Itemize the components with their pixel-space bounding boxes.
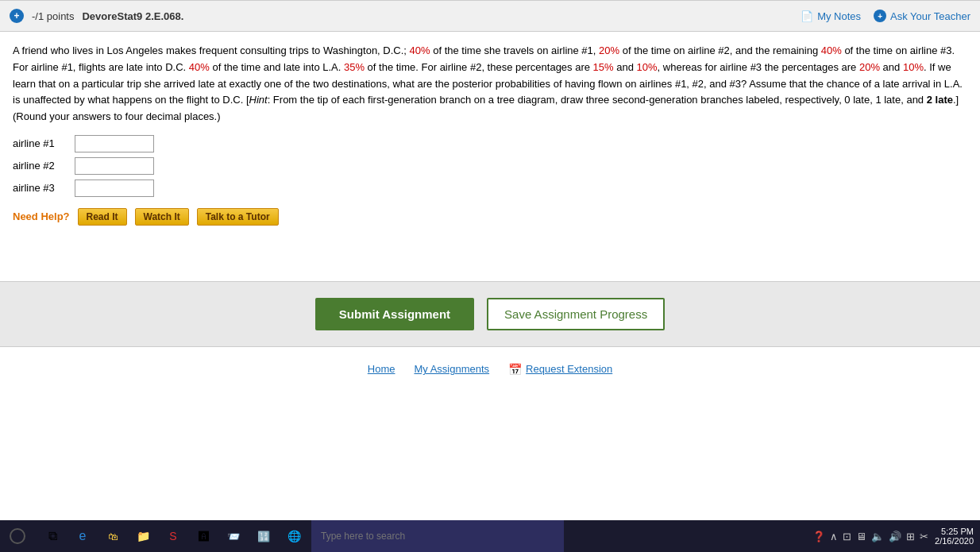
read-it-button[interactable]: Read It xyxy=(78,208,127,226)
request-extension-container: 📅 Request Extension xyxy=(508,363,612,376)
taskbar: ⧉ e 🛍 📁 S 🅰 📨 🔢 🌐 ❓ ∧ ⊡ 🖥 🔈 🔊 ⊞ ✂ 5:25 P… xyxy=(0,520,980,552)
airline1-row: airline #1 xyxy=(13,135,967,152)
plus-icon: + xyxy=(874,10,886,22)
start-button[interactable] xyxy=(0,520,35,552)
hint-label: Hint xyxy=(249,94,268,106)
question-icon: ❓ xyxy=(812,531,825,542)
submit-assignment-button[interactable]: Submit Assignment xyxy=(315,298,474,330)
home-link[interactable]: Home xyxy=(368,363,395,375)
action-area: Submit Assignment Save Assignment Progre… xyxy=(0,282,980,346)
pct-40-1: 40% xyxy=(410,44,430,56)
main-content: A friend who lives in Los Angeles makes … xyxy=(0,32,980,234)
problem-header: + -/1 points DevoreStat9 2.E.068. 📄 My N… xyxy=(0,0,980,32)
pct-35: 35% xyxy=(344,61,365,73)
header-left: + -/1 points DevoreStat9 2.E.068. xyxy=(10,9,183,23)
taskbar-right-area: ❓ ∧ ⊡ 🖥 🔈 🔊 ⊞ ✂ 5:25 PM 2/16/2020 xyxy=(812,527,980,546)
airline2-input[interactable] xyxy=(75,157,154,175)
my-notes-button[interactable]: 📄 My Notes xyxy=(801,10,861,22)
pct-40-3: 40% xyxy=(189,61,210,73)
problem-text: A friend who lives in Los Angeles makes … xyxy=(13,43,967,125)
save-progress-button[interactable]: Save Assignment Progress xyxy=(487,298,665,330)
snagit-icon[interactable]: S xyxy=(159,522,187,550)
mail-icon[interactable]: 📨 xyxy=(219,522,248,550)
request-extension-link[interactable]: Request Extension xyxy=(526,363,612,375)
pct-10-2: 10% xyxy=(903,61,924,73)
pct-40-2: 40% xyxy=(821,44,842,56)
need-help-section: Need Help? Read It Watch It Talk to a Tu… xyxy=(13,208,967,226)
misc-icon2: ✂ xyxy=(920,531,928,542)
time-display: 5:25 PM xyxy=(935,527,974,536)
airline1-label: airline #1 xyxy=(13,137,68,149)
calendar-icon: 📅 xyxy=(508,363,522,376)
tablet-mode-icon: ⊡ xyxy=(843,531,851,542)
ask-teacher-label: Ask Your Teacher xyxy=(890,10,970,22)
footer: Home My Assignments 📅 Request Extension xyxy=(0,347,980,384)
folder-icon[interactable]: 📁 xyxy=(129,522,157,550)
need-help-label: Need Help? xyxy=(13,210,70,222)
header-right: 📄 My Notes + Ask Your Teacher xyxy=(801,10,970,22)
expand-icon[interactable]: + xyxy=(10,9,24,23)
clock[interactable]: 5:25 PM 2/16/2020 xyxy=(935,527,974,546)
pct-10-1: 10% xyxy=(637,61,658,73)
amazon-icon[interactable]: 🅰 xyxy=(189,522,218,550)
date-display: 2/16/2020 xyxy=(935,536,974,546)
pct-20: 20% xyxy=(599,44,619,56)
notes-icon: 📄 xyxy=(801,10,813,22)
app7-icon[interactable]: 🔢 xyxy=(249,522,278,550)
airline1-input[interactable] xyxy=(75,135,154,152)
pct-15: 15% xyxy=(593,61,614,73)
network-icon: 🔈 xyxy=(871,531,884,542)
desktop-icon: 🖥 xyxy=(856,531,866,542)
edge-icon[interactable]: e xyxy=(68,522,97,550)
talk-to-tutor-button[interactable]: Talk to a Tutor xyxy=(197,208,279,226)
store-icon[interactable]: 🛍 xyxy=(98,522,127,550)
points-display: -/1 points xyxy=(32,10,74,22)
airline3-label: airline #3 xyxy=(13,182,68,194)
task-view-icon[interactable]: ⧉ xyxy=(38,522,67,550)
system-tray: ❓ ∧ ⊡ 🖥 🔈 🔊 ⊞ ✂ xyxy=(812,531,928,542)
airline2-row: airline #2 xyxy=(13,157,967,175)
chevron-up-icon[interactable]: ∧ xyxy=(830,531,838,542)
volume-icon: 🔊 xyxy=(889,531,901,542)
chrome-icon[interactable]: 🌐 xyxy=(280,522,308,550)
airline3-row: airline #3 xyxy=(13,179,967,197)
problem-id: DevoreStat9 2.E.068. xyxy=(82,10,183,22)
misc-icon1: ⊞ xyxy=(906,531,915,542)
taskbar-quick-icons: ⧉ e 🛍 📁 S 🅰 📨 🔢 🌐 xyxy=(35,522,311,550)
ask-teacher-button[interactable]: + Ask Your Teacher xyxy=(874,10,970,22)
taskbar-search-input[interactable] xyxy=(311,520,564,552)
watch-it-button[interactable]: Watch It xyxy=(135,208,189,226)
airline3-input[interactable] xyxy=(75,179,154,197)
windows-icon xyxy=(10,528,25,544)
bold-2-late: 2 late xyxy=(927,94,953,106)
pct-20-2: 20% xyxy=(859,61,880,73)
airline2-label: airline #2 xyxy=(13,160,68,172)
my-notes-label: My Notes xyxy=(817,10,861,22)
spacer xyxy=(0,234,980,281)
my-assignments-link[interactable]: My Assignments xyxy=(414,363,489,375)
